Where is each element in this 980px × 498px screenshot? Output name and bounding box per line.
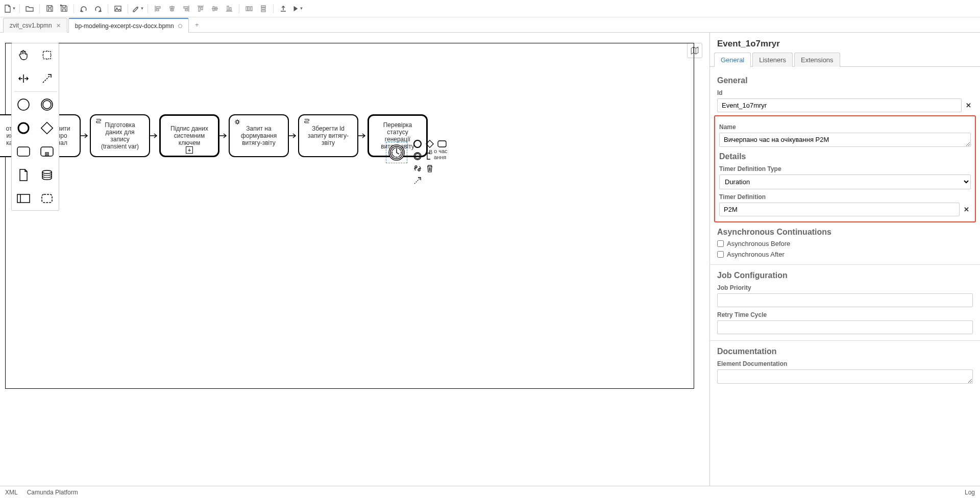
new-file-button[interactable]: ▼ (3, 2, 16, 15)
start-event-button[interactable] (12, 93, 35, 116)
async-after-checkbox[interactable] (717, 251, 724, 258)
distribute-v-button[interactable] (257, 2, 270, 15)
label-timer-def-type: Timer Definition Type (719, 165, 971, 172)
divider (710, 340, 980, 341)
retry-cycle-field[interactable] (717, 320, 973, 334)
svg-point-3 (137, 7, 138, 8)
label-retry-cycle: Retry Time Cycle (717, 311, 973, 318)
name-field[interactable]: Вичерпано час на очікування P2M (719, 133, 971, 147)
tab-label: zvit_csv1.bpmn (10, 22, 52, 29)
separator (74, 4, 74, 13)
close-icon[interactable]: ✕ (56, 22, 61, 29)
section-general: General (717, 76, 973, 85)
async-before-checkbox[interactable] (717, 240, 724, 247)
redo-button[interactable] (91, 2, 105, 15)
intermediate-event-button[interactable] (35, 93, 59, 116)
process-flow: отов их д казу образити ані про рсонал П… (0, 114, 428, 157)
status-platform-button[interactable]: Camunda Platform (27, 489, 78, 496)
sequence-flow-arrow[interactable] (358, 133, 368, 139)
context-pad (412, 139, 447, 186)
tab-extensions[interactable]: Extensions (794, 53, 840, 67)
save-button[interactable] (43, 2, 56, 15)
job-priority-field[interactable] (717, 293, 973, 307)
properties-panel-toggle[interactable]: Properties Panel (709, 147, 710, 204)
clear-id-button[interactable]: ✕ (964, 102, 973, 109)
change-type-button[interactable] (412, 163, 423, 173)
script-task-icon (303, 118, 310, 127)
async-after-row[interactable]: Asynchronous After (717, 251, 973, 258)
end-event-button[interactable] (12, 116, 35, 140)
align-left-button[interactable] (151, 2, 164, 15)
clear-timer-def-button[interactable]: ✕ (962, 206, 971, 213)
svg-point-24 (415, 154, 420, 159)
svg-rect-10 (17, 147, 30, 156)
task-5[interactable]: Зберегти Id запиту витягу- звіту (298, 114, 358, 157)
open-file-button[interactable] (23, 2, 36, 15)
task-button[interactable] (12, 140, 35, 163)
status-log-button[interactable]: Log (965, 489, 975, 496)
participant-button[interactable] (12, 187, 35, 210)
append-gateway-button[interactable] (425, 139, 435, 149)
status-xml-button[interactable]: XML (5, 489, 18, 496)
pool-lane[interactable] (5, 43, 694, 389)
id-field[interactable] (717, 98, 962, 112)
sequence-flow-arrow[interactable] (289, 133, 298, 139)
subprocess-button[interactable] (35, 140, 59, 163)
tab-file-0[interactable]: zvit_csv1.bpmn✕ (3, 18, 67, 33)
append-task-button[interactable] (437, 139, 447, 149)
undo-button[interactable] (77, 2, 90, 15)
append-end-event-button[interactable] (412, 139, 423, 149)
sequence-flow-arrow[interactable] (219, 133, 229, 139)
distribute-h-button[interactable] (242, 2, 256, 15)
sequence-flow-arrow[interactable] (150, 133, 159, 139)
main-area: отов их д казу образити ані про рсонал П… (0, 33, 980, 486)
event-label-text: В о час ання (434, 149, 448, 160)
deploy-button[interactable] (277, 2, 290, 15)
align-right-button[interactable] (180, 2, 193, 15)
task-text: звіту (322, 139, 335, 146)
task-text: статусу (387, 129, 408, 136)
gateway-button[interactable] (35, 116, 59, 140)
align-top-button[interactable] (194, 2, 207, 15)
svg-point-8 (18, 123, 29, 133)
connect-button[interactable] (412, 176, 423, 186)
image-button[interactable] (111, 2, 125, 15)
space-tool-button[interactable] (12, 67, 35, 90)
service-task-icon (234, 118, 241, 127)
section-documentation: Documentation (717, 347, 973, 356)
canvas-area[interactable]: отов их д казу образити ані про рсонал П… (0, 33, 709, 486)
delete-button[interactable] (425, 163, 435, 173)
task-text: Зберегти Id (312, 125, 345, 132)
task-text: системним (174, 132, 205, 139)
align-bottom-button[interactable] (223, 2, 236, 15)
async-before-row[interactable]: Asynchronous Before (717, 240, 973, 247)
svg-point-7 (43, 101, 51, 109)
timer-def-field[interactable] (719, 203, 960, 216)
data-store-button[interactable] (35, 163, 59, 187)
hand-tool-button[interactable] (12, 43, 35, 67)
align-center-button[interactable] (165, 2, 179, 15)
align-middle-button[interactable] (208, 2, 222, 15)
group-button[interactable] (35, 187, 59, 210)
sequence-flow-arrow[interactable] (81, 133, 90, 139)
task-2[interactable]: Підготовка даних для запису (transient v… (90, 114, 150, 157)
tab-general[interactable]: General (714, 53, 751, 67)
save-all-button[interactable] (57, 2, 70, 15)
add-tab-button[interactable]: + (190, 17, 204, 32)
timer-def-type-select[interactable]: Duration (719, 175, 971, 189)
run-button[interactable]: ▼ (291, 2, 304, 15)
lasso-tool-button[interactable] (35, 43, 59, 67)
tab-listeners[interactable]: Listeners (752, 53, 793, 67)
task-text: Підпис даних (170, 125, 208, 132)
task-3-call-activity[interactable]: Підпис даних системним ключем + (159, 114, 219, 157)
connect-tool-button[interactable] (35, 67, 59, 90)
separator (39, 4, 40, 13)
task-4[interactable]: Запит на формування витягу-звіту (229, 114, 289, 157)
color-button[interactable]: ▼ (131, 2, 144, 15)
element-doc-field[interactable] (717, 369, 973, 384)
tab-file-1[interactable]: bp-modeling-excerpt-csv-docx.bpmn (68, 18, 189, 33)
data-object-button[interactable] (12, 163, 35, 187)
append-intermediate-event-button[interactable] (412, 151, 423, 161)
async-after-label: Asynchronous After (727, 251, 785, 258)
boundary-timer-event[interactable] (388, 144, 405, 161)
